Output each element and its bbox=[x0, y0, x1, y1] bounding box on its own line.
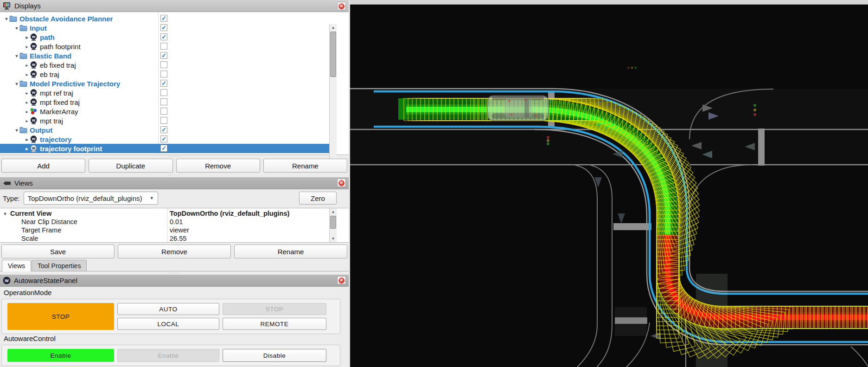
views-remove-button[interactable]: Remove bbox=[118, 245, 231, 258]
tab-views[interactable]: Views bbox=[2, 260, 31, 271]
display-enabled-checkbox[interactable]: ✓ bbox=[160, 80, 167, 87]
property-row[interactable]: Target Frameviewer bbox=[0, 226, 349, 234]
display-tree-row[interactable]: ▸Wmpt fixed traj bbox=[0, 97, 329, 107]
local-button[interactable]: LOCAL bbox=[117, 318, 219, 330]
display-row-label: Model Predictive Trajectory bbox=[30, 80, 120, 88]
property-row[interactable]: ▾Current ViewTopDownOrtho (rviz_default_… bbox=[0, 209, 349, 218]
display-enabled-checkbox[interactable]: ✓ bbox=[160, 135, 167, 142]
display-enabled-checkbox[interactable] bbox=[160, 89, 167, 96]
expand-arrow-icon[interactable]: ▸ bbox=[24, 118, 30, 123]
property-row[interactable]: Scale26.55 bbox=[0, 234, 349, 243]
property-value[interactable]: 0.01 bbox=[167, 218, 183, 225]
display-enabled-checkbox[interactable] bbox=[160, 61, 167, 68]
views-panel-header[interactable]: Views ✕ bbox=[0, 177, 349, 189]
displays-duplicate-button[interactable]: Duplicate bbox=[89, 159, 172, 173]
expand-arrow-icon[interactable]: ▸ bbox=[24, 72, 30, 77]
render-viewport[interactable] bbox=[349, 0, 868, 367]
collapse-arrow-icon[interactable]: ▾ bbox=[14, 26, 19, 31]
remote-button[interactable]: REMOTE bbox=[223, 318, 326, 330]
display-tree-row[interactable]: ▸Web traj bbox=[0, 70, 329, 79]
displays-tree-scrollbar[interactable]: ▲ ▼ bbox=[329, 24, 337, 167]
scroll-down-icon[interactable]: ▼ bbox=[330, 235, 337, 242]
expand-arrow-icon[interactable]: ▸ bbox=[24, 137, 30, 142]
auto-button[interactable]: AUTO bbox=[117, 303, 219, 315]
autoware-display-icon: W bbox=[30, 43, 38, 50]
views-scrollbar[interactable]: ▲ ▼ bbox=[329, 208, 337, 242]
zero-button[interactable]: Zero bbox=[299, 192, 337, 205]
collapse-arrow-icon[interactable]: ▾ bbox=[14, 128, 19, 133]
scroll-up-icon[interactable]: ▲ bbox=[330, 208, 337, 215]
displays-rename-button[interactable]: Rename bbox=[263, 159, 347, 173]
display-enabled-checkbox[interactable]: ✓ bbox=[160, 145, 167, 152]
expand-arrow-icon[interactable]: ▸ bbox=[24, 44, 30, 49]
display-tree-row[interactable]: ▸Wmpt traj bbox=[0, 116, 329, 125]
display-tree-row[interactable]: ▸Wtrajectory footprint✓ bbox=[0, 144, 329, 153]
views-rename-button[interactable]: Rename bbox=[234, 245, 347, 258]
display-tree-row[interactable]: ▾Model Predictive Trajectory✓ bbox=[0, 79, 329, 88]
splitter-handle[interactable]: ∙∙∙∙∙∙ bbox=[0, 155, 349, 158]
folder-icon bbox=[19, 24, 27, 32]
expand-arrow-icon[interactable]: ▸ bbox=[24, 109, 30, 114]
tab-tool-properties[interactable]: Tool Properties bbox=[32, 260, 87, 271]
splitter-handle[interactable]: ∙∙∙∙∙∙ bbox=[0, 174, 349, 176]
views-save-button[interactable]: Save bbox=[1, 245, 115, 258]
collapse-arrow-icon[interactable]: ▾ bbox=[0, 211, 10, 216]
property-value[interactable]: viewer bbox=[167, 226, 189, 234]
display-tree-row[interactable]: ▸Wpath footprint bbox=[0, 42, 329, 51]
display-enabled-checkbox[interactable]: ✓ bbox=[160, 15, 167, 22]
display-enabled-checkbox[interactable] bbox=[160, 108, 167, 115]
scroll-up-icon[interactable]: ▲ bbox=[330, 24, 337, 31]
vehicle-marker-dot bbox=[535, 115, 536, 117]
display-tree-row[interactable]: ▸Wtrajectory✓ bbox=[0, 135, 329, 144]
expand-arrow-icon[interactable]: ▸ bbox=[24, 100, 30, 105]
splitter-handle[interactable]: ∙∙∙∙∙∙ bbox=[0, 271, 349, 274]
autoware-panel-header[interactable]: W AutowareStatePanel ✕ bbox=[0, 275, 349, 287]
collapse-arrow-icon[interactable]: ▾ bbox=[14, 81, 19, 86]
display-tree-row[interactable]: ▸MarkerArray bbox=[0, 107, 329, 116]
disable-button[interactable]: Disable bbox=[223, 349, 326, 362]
display-tree-row[interactable]: ▾Input✓ bbox=[0, 23, 329, 32]
display-tree-row[interactable]: ▸Web fixed traj bbox=[0, 60, 329, 70]
expand-arrow-icon[interactable]: ▸ bbox=[24, 63, 30, 68]
property-value[interactable]: 26.55 bbox=[167, 235, 186, 242]
panel-tabs: ViewsTool Properties bbox=[0, 260, 349, 271]
display-tree-row[interactable]: ▾Obstacle Avoidance Planner✓ bbox=[0, 14, 329, 23]
traffic-light-icon bbox=[635, 67, 637, 69]
display-enabled-checkbox[interactable] bbox=[160, 98, 167, 105]
expand-arrow-icon[interactable]: ▸ bbox=[24, 146, 30, 151]
property-value[interactable]: TopDownOrtho (rviz_default_plugins) bbox=[167, 210, 289, 217]
display-enabled-checkbox[interactable]: ✓ bbox=[160, 33, 167, 40]
view-properties-table: ▾Current ViewTopDownOrtho (rviz_default_… bbox=[0, 208, 349, 243]
display-enabled-checkbox[interactable]: ✓ bbox=[160, 52, 167, 59]
expand-arrow-icon[interactable]: ▸ bbox=[24, 90, 30, 96]
scrollbar-thumb[interactable] bbox=[330, 32, 336, 77]
collapse-arrow-icon[interactable]: ▾ bbox=[14, 53, 19, 58]
view-type-dropdown[interactable]: TopDownOrtho (rviz_default_plugins) ▼ bbox=[24, 192, 158, 205]
display-enabled-checkbox[interactable] bbox=[160, 43, 167, 50]
display-enabled-checkbox[interactable] bbox=[160, 117, 167, 124]
view-type-row: Type: TopDownOrtho (rviz_default_plugins… bbox=[0, 191, 349, 205]
property-row[interactable]: Near Clip Distance0.01 bbox=[0, 218, 349, 226]
property-name: Target Frame bbox=[21, 226, 61, 234]
autoware-display-icon: W bbox=[30, 145, 38, 152]
enable-button: Enable bbox=[117, 349, 219, 362]
close-icon: ✕ bbox=[338, 3, 345, 9]
autoware-display-icon: W bbox=[30, 135, 38, 143]
display-tree-row[interactable]: ▸Wmpt ref traj bbox=[0, 88, 329, 97]
collapse-arrow-icon[interactable]: ▾ bbox=[4, 16, 9, 21]
scrollbar-thumb[interactable] bbox=[330, 216, 336, 229]
expand-arrow-icon[interactable]: ▸ bbox=[24, 35, 30, 40]
displays-close-button[interactable]: ✕ bbox=[337, 2, 346, 10]
display-tree-row[interactable]: ▸Wpath✓ bbox=[0, 32, 329, 42]
display-tree-row[interactable]: ▾Output✓ bbox=[0, 125, 329, 135]
views-close-button[interactable]: ✕ bbox=[337, 179, 346, 187]
displays-panel-header[interactable]: Displays ✕ bbox=[0, 0, 349, 12]
stop-button: STOP bbox=[223, 303, 326, 315]
display-enabled-checkbox[interactable]: ✓ bbox=[160, 24, 167, 31]
displays-remove-button[interactable]: Remove bbox=[176, 159, 260, 173]
display-enabled-checkbox[interactable]: ✓ bbox=[160, 126, 167, 133]
displays-add-button[interactable]: Add bbox=[1, 159, 85, 173]
autoware-close-button[interactable]: ✕ bbox=[337, 276, 346, 284]
display-enabled-checkbox[interactable] bbox=[160, 71, 167, 77]
display-tree-row[interactable]: ▾Elastic Band✓ bbox=[0, 51, 329, 60]
